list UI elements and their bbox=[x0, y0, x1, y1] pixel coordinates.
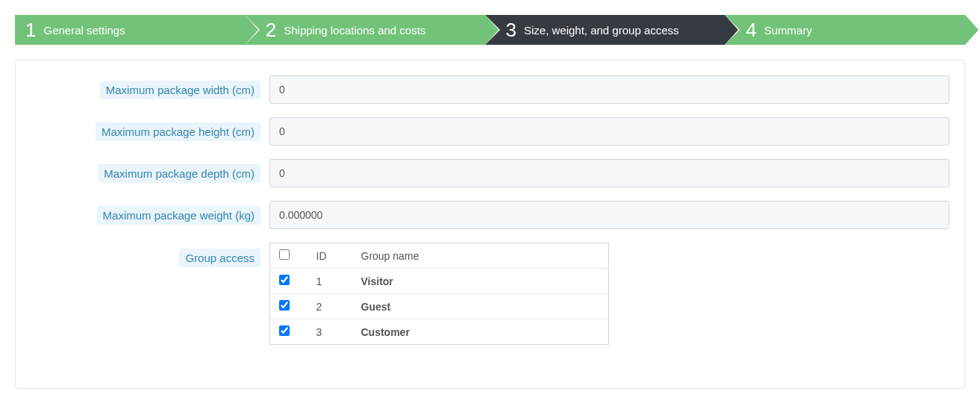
step-general-settings[interactable]: 1 General settings bbox=[15, 15, 245, 45]
row-max-weight: Maximum package weight (kg) bbox=[31, 201, 949, 229]
label-group-access: Group access bbox=[31, 243, 269, 267]
header-id: ID bbox=[308, 243, 352, 269]
table-row: 1 Visitor bbox=[270, 269, 609, 294]
step-label: General settings bbox=[43, 24, 125, 37]
row-name: Customer bbox=[352, 319, 609, 345]
row-name: Guest bbox=[352, 294, 609, 319]
wizard-steps: 1 General settings 2 Shipping locations … bbox=[0, 0, 980, 45]
step-label: Summary bbox=[764, 24, 812, 37]
label-max-width: Maximum package width (cm) bbox=[31, 81, 269, 99]
input-max-weight[interactable] bbox=[269, 201, 949, 229]
step-number: 3 bbox=[506, 20, 516, 40]
row-checkbox[interactable] bbox=[279, 300, 290, 311]
label-max-weight: Maximum package weight (kg) bbox=[31, 206, 269, 225]
row-max-height: Maximum package height (cm) bbox=[31, 117, 949, 146]
row-id: 2 bbox=[308, 294, 352, 319]
row-name: Visitor bbox=[352, 269, 609, 294]
step-summary[interactable]: 4 Summary bbox=[725, 15, 965, 45]
row-max-width: Maximum package width (cm) bbox=[31, 75, 949, 104]
step-label: Size, weight, and group access bbox=[524, 24, 679, 37]
input-max-depth[interactable] bbox=[269, 159, 949, 187]
step-number: 1 bbox=[25, 20, 36, 40]
input-max-width[interactable] bbox=[269, 75, 949, 104]
table-header-row: ID Group name bbox=[270, 243, 609, 269]
step-shipping-locations[interactable]: 2 Shipping locations and costs bbox=[245, 15, 485, 45]
table-row: 2 Guest bbox=[270, 294, 609, 319]
input-max-height[interactable] bbox=[269, 117, 949, 146]
table-row: 3 Customer bbox=[270, 319, 609, 345]
row-group-access: Group access ID Group name 1 Visitor bbox=[31, 243, 949, 345]
step-number: 4 bbox=[746, 20, 756, 40]
select-all-checkbox[interactable] bbox=[279, 249, 290, 260]
step-size-weight-group[interactable]: 3 Size, weight, and group access bbox=[485, 15, 725, 45]
step-label: Shipping locations and costs bbox=[284, 24, 425, 37]
group-access-table: ID Group name 1 Visitor 2 Guest bbox=[269, 243, 609, 345]
header-group-name: Group name bbox=[352, 243, 609, 269]
row-id: 1 bbox=[308, 269, 352, 294]
row-max-depth: Maximum package depth (cm) bbox=[31, 159, 949, 187]
step-number: 2 bbox=[266, 20, 276, 40]
label-max-depth: Maximum package depth (cm) bbox=[31, 164, 269, 183]
row-checkbox[interactable] bbox=[279, 275, 290, 285]
label-max-height: Maximum package height (cm) bbox=[31, 122, 269, 141]
form-panel: Maximum package width (cm) Maximum packa… bbox=[15, 60, 965, 389]
row-checkbox[interactable] bbox=[279, 325, 290, 336]
row-id: 3 bbox=[308, 319, 352, 345]
